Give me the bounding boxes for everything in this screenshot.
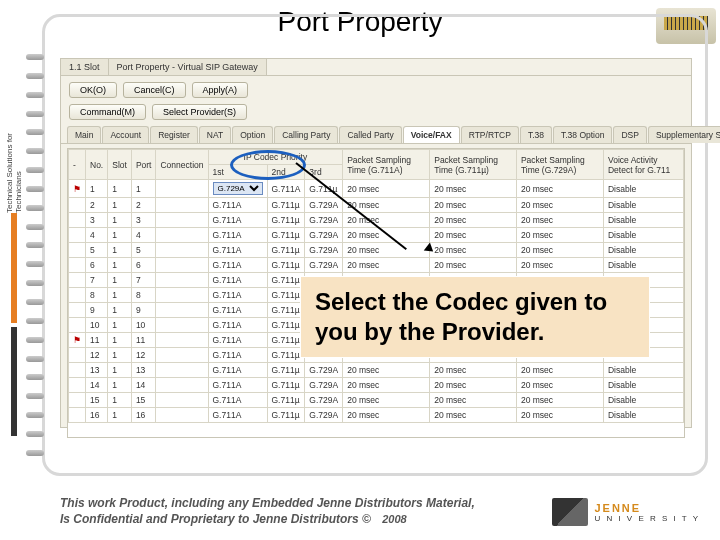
table-row[interactable]: 15115G.711AG.711µG.729A20 msec20 msec20 … [69, 393, 684, 408]
tab-nat[interactable]: NAT [199, 126, 231, 143]
row-flag-icon [69, 288, 86, 303]
table-row[interactable]: 616G.711AG.711µG.729A20 msec20 msec20 ms… [69, 258, 684, 273]
codec-1-select[interactable]: G.729A [213, 182, 263, 195]
cancel-button[interactable]: Cancel(C) [123, 82, 186, 98]
tab-dsp[interactable]: DSP [613, 126, 646, 143]
tab-voice-fax[interactable]: Voice/FAX [403, 126, 460, 143]
table-row[interactable]: 14114G.711AG.711µG.729A20 msec20 msec20 … [69, 378, 684, 393]
side-brand-text: Technical Solutions for Technicians [5, 100, 23, 213]
toolbar-secondary: Command(M) Select Provider(S) [61, 104, 691, 126]
tab-register[interactable]: Register [150, 126, 198, 143]
table-row[interactable]: 13113G.711AG.711µG.729A20 msec20 msec20 … [69, 363, 684, 378]
row-flag-icon [69, 273, 86, 288]
footer-disclaimer: This work Product, including any Embedde… [60, 496, 552, 527]
col-codec-1[interactable]: 1st [208, 165, 267, 180]
col-slot[interactable]: Slot [108, 150, 132, 180]
row-flag-icon [69, 258, 86, 273]
table-row[interactable]: 313G.711AG.711µG.729A20 msec20 msec20 ms… [69, 213, 684, 228]
breadcrumb: 1.1 Slot Port Property - Virtual SIP Gat… [61, 59, 691, 76]
tab-main[interactable]: Main [67, 126, 101, 143]
col-port[interactable]: Port [131, 150, 156, 180]
tab-calling-party[interactable]: Calling Party [274, 126, 338, 143]
breadcrumb-slot[interactable]: 1.1 Slot [61, 59, 109, 75]
tab-bar: MainAccountRegisterNATOptionCalling Part… [61, 126, 691, 144]
apply-button[interactable]: Apply(A) [192, 82, 249, 98]
row-flag-icon [69, 408, 86, 423]
row-flag-icon [69, 243, 86, 258]
col-pst-729[interactable]: Packet Sampling Time (G.729A) [516, 150, 603, 180]
table-row[interactable]: 414G.711AG.711µG.729A20 msec20 msec20 ms… [69, 228, 684, 243]
row-flag-icon [69, 348, 86, 363]
row-flag-icon: ⚑ [69, 180, 86, 198]
table-row[interactable]: 16116G.711AG.711µG.729A20 msec20 msec20 … [69, 408, 684, 423]
callout-box: Select the Codec given to you by the Pro… [300, 276, 650, 358]
row-flag-icon [69, 363, 86, 378]
row-flag-icon [69, 378, 86, 393]
toolbar-primary: OK(O) Cancel(C) Apply(A) [61, 76, 691, 104]
table-row[interactable]: ⚑111G.729AG.711AG.711µ20 msec20 msec20 m… [69, 180, 684, 198]
app-window: 1.1 Slot Port Property - Virtual SIP Gat… [60, 58, 692, 428]
tab-rtp-rtcp[interactable]: RTP/RTCP [461, 126, 519, 143]
university-logo: JENNE U N I V E R S I T Y [552, 498, 700, 526]
row-flag-icon [69, 228, 86, 243]
tab-supplementary-service[interactable]: Supplementary Service [648, 126, 720, 143]
spiral-binding [26, 54, 46, 456]
col-vad[interactable]: Voice Activity Detect for G.711 [603, 150, 683, 180]
tab-option[interactable]: Option [232, 126, 273, 143]
row-flag-icon [69, 198, 86, 213]
grad-cap-icon [552, 498, 588, 526]
breadcrumb-screen[interactable]: Port Property - Virtual SIP Gateway [109, 59, 267, 75]
row-flag-icon: ⚑ [69, 333, 86, 348]
col-no[interactable]: No. [86, 150, 108, 180]
tab-account[interactable]: Account [102, 126, 149, 143]
ok-button[interactable]: OK(O) [69, 82, 117, 98]
row-flag-icon [69, 318, 86, 333]
col-codec-group: IP Codec Priority [208, 150, 343, 165]
col-codec-3[interactable]: 3rd [305, 165, 343, 180]
col-connection[interactable]: Connection [156, 150, 208, 180]
footer: This work Product, including any Embedde… [60, 482, 700, 540]
table-row[interactable]: 212G.711AG.711µG.729A20 msec20 msec20 ms… [69, 198, 684, 213]
col-pst-a[interactable]: Packet Sampling Time (G.711A) [343, 150, 430, 180]
select-provider-button[interactable]: Select Provider(S) [152, 104, 247, 120]
tab-called-party[interactable]: Called Party [339, 126, 401, 143]
col-flag[interactable]: - [69, 150, 86, 180]
side-brand: Technical Solutions for Technicians [2, 96, 26, 436]
row-flag-icon [69, 393, 86, 408]
tab-t-38-option[interactable]: T.38 Option [553, 126, 612, 143]
tab-t-38[interactable]: T.38 [520, 126, 552, 143]
row-flag-icon [69, 303, 86, 318]
row-flag-icon [69, 213, 86, 228]
footer-year: 2008 [382, 513, 406, 525]
table-row[interactable]: 515G.711AG.711µG.729A20 msec20 msec20 ms… [69, 243, 684, 258]
col-pst-mu[interactable]: Packet Sampling Time (G.711µ) [430, 150, 517, 180]
col-codec-2[interactable]: 2nd [267, 165, 305, 180]
command-button[interactable]: Command(M) [69, 104, 146, 120]
